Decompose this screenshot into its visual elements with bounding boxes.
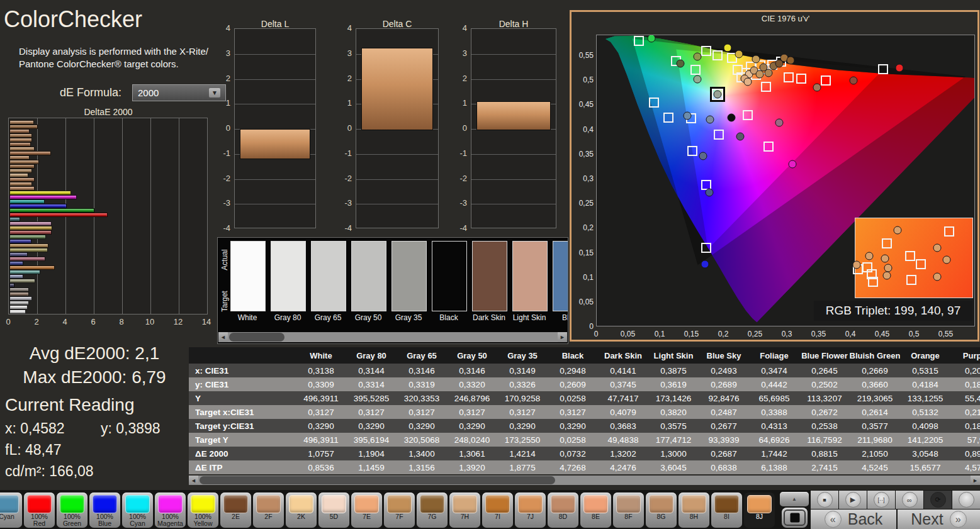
- patch-color-swatch: [583, 495, 608, 513]
- table-scrollbar[interactable]: ◄ ►: [189, 476, 980, 485]
- patch-button-2f[interactable]: 2F: [253, 493, 284, 528]
- table-column-header: Blue Sky: [699, 347, 749, 364]
- patch-button-8g[interactable]: 8G: [646, 493, 677, 528]
- play-button[interactable]: ▶: [839, 491, 867, 509]
- patch-button-label: 7J: [515, 513, 545, 520]
- next-icon: »: [950, 511, 967, 528]
- patch-color-swatch: [453, 495, 477, 513]
- table-cell: 0,0258: [548, 433, 598, 447]
- bracket-button[interactable]: [··]: [867, 491, 895, 509]
- patch-button-7f[interactable]: 7F: [384, 493, 415, 528]
- patch-color-swatch: [223, 495, 248, 513]
- cie-x-tick-label: 0,25: [748, 330, 762, 338]
- delta-chart-title: Delta H: [499, 19, 529, 29]
- patch-color-swatch: [27, 495, 52, 513]
- table-scroll-right-icon[interactable]: ►: [971, 476, 980, 485]
- patch-button-100-yellow[interactable]: 100% Yellow: [188, 493, 218, 528]
- deltae-x-tick-label: 0: [6, 317, 10, 326]
- patch-button-7h[interactable]: 7H: [449, 493, 480, 528]
- cie-measured-point: [728, 113, 736, 121]
- table-cell: 0,183: [950, 377, 980, 391]
- delta-chart-delta-h: [471, 28, 556, 228]
- patch-swatch: [472, 241, 507, 311]
- swatch-scroll-thumb[interactable]: [229, 333, 284, 342]
- patch-button-8i[interactable]: 8I: [711, 493, 742, 528]
- cie-x-tick-label: 0,55: [938, 330, 953, 338]
- table-cell: 3,6045: [648, 460, 699, 474]
- table-cell: 0,5315: [900, 364, 950, 377]
- deltae-bar: [9, 208, 94, 213]
- cie-target-square: [701, 243, 711, 253]
- reading-x: x: 0,4582: [5, 420, 65, 437]
- next-button[interactable]: Next »: [898, 510, 980, 529]
- deltae-bar: [9, 270, 40, 274]
- delta-y-tick-label: 0: [448, 123, 467, 133]
- delta-y-tick-label: -2: [448, 174, 467, 183]
- patch-button-label: 7E: [352, 513, 381, 520]
- patch-button-2e[interactable]: 2E: [220, 493, 251, 528]
- colorchecker-app: ColorChecker Display analysis is perform…: [0, 0, 980, 529]
- patch-button-cyan[interactable]: Cyan: [0, 493, 22, 528]
- table-cell: 2,1050: [850, 447, 900, 460]
- patch-button-label: 100% Yellow: [188, 513, 218, 527]
- patch-button-8f[interactable]: 8F: [613, 493, 644, 528]
- patch-swatch-label: White: [238, 313, 257, 322]
- deltae-bar: [9, 155, 30, 160]
- patch-button-8e[interactable]: 8E: [580, 493, 611, 528]
- patch-button-100-green[interactable]: 100% Green: [57, 493, 87, 528]
- patch-button-8h[interactable]: 8H: [679, 493, 709, 528]
- patch-button-100-blue[interactable]: 100% Blue: [89, 493, 120, 528]
- back-button[interactable]: « Back: [811, 510, 896, 529]
- patch-button-7g[interactable]: 7G: [417, 493, 448, 528]
- table-row-label: y: CIE31: [195, 377, 296, 391]
- patch-button-7i[interactable]: 7I: [482, 493, 513, 528]
- patch-button-8j[interactable]: 8J: [744, 493, 775, 528]
- deltae-chart-title: DeltaE 2000: [84, 107, 132, 117]
- stop-button[interactable]: ■: [811, 491, 838, 509]
- blank-button[interactable]: [952, 491, 980, 509]
- refresh-button[interactable]: ⟳: [924, 491, 952, 509]
- swatch-scrollbar[interactable]: ◄►: [218, 332, 567, 342]
- patch-button-8d[interactable]: 8D: [548, 493, 578, 528]
- cie-measured-point: [701, 260, 709, 269]
- patch-button-100-cyan[interactable]: 100% Cyan: [122, 493, 153, 528]
- patch-button-2k[interactable]: 2K: [286, 493, 317, 528]
- table-cell: 0,3146: [447, 364, 497, 377]
- deltae-bar: [9, 182, 32, 186]
- table-cell: 0,3290: [497, 419, 548, 433]
- scroll-up-button[interactable]: ▲: [780, 492, 809, 506]
- swatch-scroll-right-icon[interactable]: ►: [558, 332, 567, 342]
- patch-button-label: 8E: [581, 513, 611, 520]
- stop-square-button[interactable]: [782, 508, 808, 528]
- table-cell: 0,3138: [296, 364, 346, 377]
- cie-x-tick-label: 0,2: [718, 330, 729, 338]
- patch-button-100-magenta[interactable]: 100% Magenta: [155, 493, 186, 528]
- loop-button[interactable]: ∞: [896, 491, 923, 509]
- table-scroll-thumb[interactable]: [200, 476, 555, 484]
- table-scroll-left-icon[interactable]: ◄: [189, 476, 198, 485]
- table-cell: 0,4141: [598, 364, 648, 377]
- patch-button-7e[interactable]: 7E: [351, 493, 382, 528]
- patch-button-100-red[interactable]: 100% Red: [24, 493, 55, 528]
- delta-chart-delta-l: [234, 28, 316, 228]
- delta-gridline: [235, 54, 315, 55]
- table-cell: 1,1904: [346, 447, 397, 460]
- patch-button-7j[interactable]: 7J: [515, 493, 546, 528]
- table-row: Target y:CIE310,32900,32900,32900,32900,…: [189, 419, 980, 433]
- delta-gridline: [471, 154, 556, 155]
- delta-y-tick-label: 1: [448, 98, 467, 108]
- table-cell: 395,5285: [346, 391, 397, 405]
- delta-gridline: [235, 79, 315, 80]
- swatch-scroll-left-icon[interactable]: ◄: [218, 332, 228, 342]
- cie-inset-zoom: [855, 218, 973, 298]
- de-formula-value: 2000: [138, 87, 159, 98]
- patch-button-5d[interactable]: 5D: [318, 493, 349, 528]
- inset-measured-point: [943, 256, 951, 264]
- deltae-bar: [9, 217, 20, 221]
- table-cell: 4,5245: [850, 460, 900, 474]
- cie-diagram: RGB Triplet: 199, 140, 97: [596, 35, 975, 326]
- cie-target-square: [649, 97, 659, 108]
- table-cell: 177,4712: [648, 433, 699, 447]
- delta-gridline: [471, 179, 556, 180]
- deltae-bar: [9, 138, 32, 142]
